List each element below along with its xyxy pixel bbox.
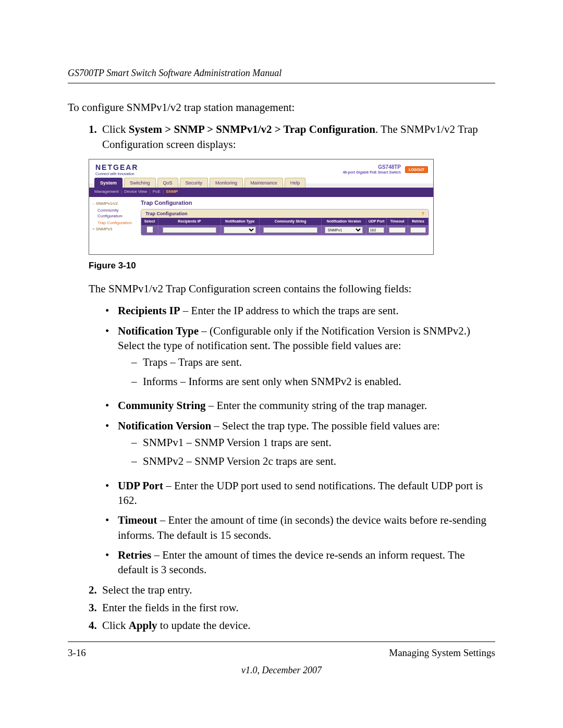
field-community-string: • Community String – Enter the community… (105, 398, 495, 413)
field-notification-version: • Notification Version – Select the trap… (105, 418, 495, 473)
doc-version: v1.0, December 2007 (68, 665, 495, 676)
col-recipients-ip: Recipients IP (158, 218, 221, 225)
field-retries: • Retries – Enter the amount of times th… (105, 548, 495, 577)
main-tabs: System Switching QoS Security Monitoring… (89, 177, 433, 188)
col-retries: Retries (408, 218, 429, 225)
page-footer: 3-16 Managing System Settings v1.0, Dece… (68, 641, 495, 676)
figure-screenshot: NETGEAR Connect with Innovation GS748TP … (89, 159, 434, 255)
logout-button[interactable]: LOGOUT (405, 166, 428, 173)
crumb-management[interactable]: Management (94, 189, 119, 194)
field-udp-port: • UDP Port – Enter the UDP port used to … (105, 478, 495, 508)
breadcrumb-bar: Management | Device View | PoE | SNMP (89, 188, 433, 197)
tab-maintenance[interactable]: Maintenance (244, 178, 283, 188)
figure-caption: Figure 3-10 (89, 260, 495, 272)
step-3: 3. Enter the fields in the first row. (89, 600, 495, 615)
panel-title: Trap Configuration (141, 199, 429, 207)
tab-system[interactable]: System (94, 178, 123, 188)
tab-security[interactable]: Security (180, 178, 209, 188)
crumb-device-view[interactable]: Device View (124, 189, 147, 194)
step-1: 1. Click System > SNMP > SNMPv1/v2 > Tra… (89, 122, 495, 152)
notif-version-select[interactable]: SNMPv1 (325, 227, 363, 233)
col-timeout: Timeout (387, 218, 408, 225)
field-timeout: • Timeout – Enter the amount of time (in… (105, 513, 495, 542)
table-row: SNMPv1 (141, 225, 429, 235)
community-string-field[interactable] (263, 227, 317, 233)
side-item-trap-config[interactable]: Trap Configuration (97, 220, 137, 226)
after-figure-text: The SNMPv1/v2 Trap Configuration screen … (89, 281, 495, 296)
row-select-checkbox[interactable] (146, 226, 153, 233)
col-notif-type: Notification Type (221, 218, 259, 225)
model-label: GS748TP 48-port Gigabit PoE Smart Switch (342, 164, 401, 175)
recipients-ip-field[interactable] (163, 227, 216, 233)
col-notif-version: Notification Version (322, 218, 366, 225)
section-title: Managing System Settings (389, 647, 495, 659)
page-number: 3-16 (68, 647, 86, 659)
page-header: GS700TP Smart Switch Software Administra… (68, 68, 495, 83)
side-group-snmpv1v2[interactable]: SNMPv1/v2 (92, 201, 137, 207)
intro-text: To configure SNMPv1/v2 trap station mana… (68, 100, 495, 115)
side-item-community[interactable]: Community Configuration (97, 208, 137, 219)
retries-field[interactable] (410, 227, 426, 233)
col-udp-port: UDP Port (366, 218, 387, 225)
tab-qos[interactable]: QoS (157, 178, 178, 188)
col-select: Select (141, 218, 158, 225)
tab-switching[interactable]: Switching (124, 178, 156, 188)
notif-type-select[interactable] (224, 227, 256, 233)
crumb-snmp[interactable]: SNMP (166, 189, 178, 194)
trap-config-table: Select Recipients IP Notification Type C… (141, 218, 429, 235)
step-2: 2. Select the trap entry. (89, 583, 495, 597)
sidebar: SNMPv1/v2 Community Configuration Trap C… (89, 197, 139, 254)
panel-subheader: Trap Configuration ? (141, 209, 429, 218)
tab-monitoring[interactable]: Monitoring (210, 178, 243, 188)
col-community-string: Community String (259, 218, 322, 225)
tab-help[interactable]: Help (285, 178, 306, 188)
field-recipients-ip: • Recipients IP – Enter the IP address t… (105, 303, 495, 318)
step-4: 4. Click Apply to update the device. (89, 618, 495, 633)
udp-port-field[interactable] (369, 227, 385, 233)
timeout-field[interactable] (389, 227, 406, 233)
brand-tagline: Connect with Innovation (95, 171, 138, 176)
help-icon[interactable]: ? (422, 211, 425, 217)
side-group-snmpv3[interactable]: SNMPv3 (92, 227, 137, 232)
field-notification-type: • Notification Type – (Configurable only… (105, 324, 495, 393)
crumb-poe[interactable]: PoE (153, 189, 161, 194)
